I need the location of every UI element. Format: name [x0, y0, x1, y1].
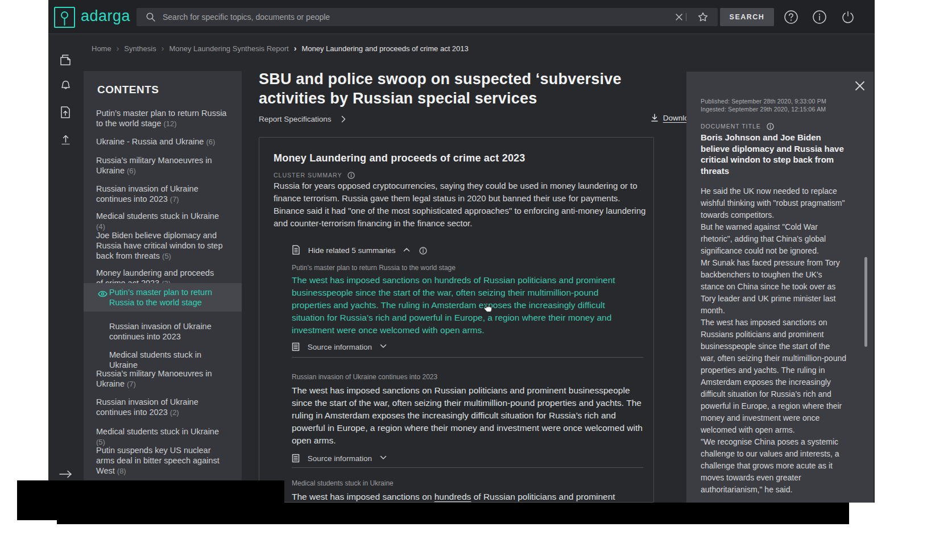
download-icon	[651, 114, 659, 122]
breadcrumb-report[interactable]: Money Laundering Synthesis Report	[169, 44, 288, 53]
toc-item[interactable]: Medical students stuck in Ukraine (4)	[96, 211, 228, 232]
summary-text-highlighted[interactable]: The west has imposed sanctions on hundre…	[292, 274, 636, 337]
source-information-toggle[interactable]: Source information	[292, 454, 387, 463]
info-icon[interactable]	[419, 247, 427, 255]
source-doc-icon	[292, 454, 300, 463]
toc-item[interactable]: Russia’s military Manoeuvres in Ukraine …	[96, 368, 228, 389]
summary-topic: Medical students stuck in Ukraine	[292, 479, 394, 487]
toc-item[interactable]: Russian invasion of Ukraine continues in…	[96, 397, 228, 418]
document-title: Boris Johnson and Joe Biden believe dipl…	[701, 132, 850, 176]
document-paragraph: Mr Sunak has faced pressure from Tory ba…	[701, 257, 846, 317]
chevron-right-icon: ›	[294, 44, 297, 53]
toc-item[interactable]: Putin suspends key US nuclear arms deal …	[96, 445, 228, 476]
summary-doc-icon	[292, 245, 300, 255]
field-divider	[686, 13, 686, 21]
summary-divider	[292, 357, 643, 358]
toc-item[interactable]: Russia’s military Manoeuvres in Ukraine …	[96, 155, 228, 176]
summary-topic: Putin’s master plan to return Russia to …	[292, 264, 456, 272]
info-icon[interactable]	[767, 123, 774, 130]
summary-text[interactable]: The west has imposed sanctions on hundre…	[292, 491, 644, 503]
adarga-logo-icon[interactable]	[54, 7, 75, 28]
document-paragraph: But he warned against "Cold War rhetoric…	[701, 221, 846, 257]
entity-link[interactable]: hundreds	[434, 492, 471, 501]
documents-icon[interactable]	[59, 53, 73, 67]
upload-icon[interactable]	[59, 132, 73, 147]
chevron-right-icon	[341, 115, 346, 123]
search-icon	[146, 12, 156, 22]
toc-item[interactable]: Russian invasion of Ukraine continues in…	[96, 184, 228, 205]
toc-item[interactable]: Putin’s master plan to return Russia to …	[96, 108, 228, 129]
summary-text[interactable]: The west has imposed sanctions on Russia…	[292, 384, 644, 447]
document-upload-icon[interactable]	[59, 105, 73, 119]
summary-divider	[292, 467, 643, 468]
search-placeholder: Search for specific topics, documents or…	[163, 13, 330, 22]
breadcrumb-synthesis[interactable]: Synthesis	[124, 44, 156, 53]
source-doc-icon	[292, 342, 300, 351]
search-input[interactable]: Search for specific topics, documents or…	[136, 8, 718, 26]
cluster-card: Money Laundering and proceeds of crime a…	[259, 137, 654, 503]
cluster-heading: Money Laundering and proceeds of crime a…	[274, 152, 525, 164]
notifications-icon[interactable]	[59, 78, 73, 92]
document-paragraph: "We recognise China poses a systemic cha…	[701, 436, 846, 496]
icon-rail	[48, 35, 84, 503]
document-body: He said the UK now needed to replace wis…	[701, 185, 846, 496]
close-icon[interactable]	[855, 81, 865, 91]
document-preview-panel: Published: September 28th 2020, 9:33:00 …	[686, 72, 874, 503]
search-button[interactable]: SEARCH	[720, 8, 774, 26]
info-icon[interactable]	[812, 10, 827, 24]
toc-subitem[interactable]: Russian invasion of Ukraine continues in…	[109, 321, 229, 342]
toc-item[interactable]: Medical students stuck in Ukraine (5)	[96, 426, 228, 447]
chevron-right-icon: ›	[117, 44, 119, 53]
breadcrumb-home[interactable]: Home	[92, 44, 111, 53]
ingested-date: Ingested: September 29th 2020, 12:15:06 …	[701, 106, 826, 113]
help-icon[interactable]	[784, 10, 798, 24]
top-bar: adarga Search for specific topics, docum…	[48, 0, 875, 34]
document-paragraph: The west has imposed sanctions on Russia…	[701, 317, 846, 436]
info-icon[interactable]	[347, 172, 355, 179]
page-title: SBU and police swoop on suspected ‘subve…	[259, 69, 626, 108]
chevron-down-icon	[380, 455, 387, 460]
cursor-pointer	[481, 301, 494, 315]
related-summaries-toggle[interactable]: Hide related 5 summaries	[292, 245, 427, 255]
summary-topic: Russian invasion of Ukraine continues in…	[292, 373, 437, 381]
clear-icon[interactable]	[675, 13, 683, 21]
app-window: adarga Search for specific topics, docum…	[48, 0, 875, 503]
document-title-label: DOCUMENT TITLE	[701, 123, 774, 130]
chevron-down-icon	[380, 344, 387, 349]
chevron-up-icon	[403, 247, 410, 252]
brand-name: adarga	[81, 7, 130, 25]
panel-scrollbar[interactable]	[864, 257, 867, 347]
breadcrumb-current: Money Laundering and proceeds of crime a…	[301, 44, 468, 53]
toc-item[interactable]: Joe Biden believe diplomacy and Russia h…	[96, 230, 228, 262]
power-icon[interactable]	[841, 10, 855, 24]
toc-item[interactable]: Ukraine - Russia and Ukraine (6)	[96, 136, 228, 147]
eye-icon	[98, 291, 107, 297]
breadcrumb: Home›Synthesis›Money Laundering Synthesi…	[92, 44, 469, 53]
contents-title: CONTENTS	[97, 84, 159, 96]
toc-active-subitem[interactable]: Putin’s master plan to return Russia to …	[84, 283, 242, 312]
cluster-summary-label: CLUSTER SUMMARY	[274, 172, 355, 179]
chevron-right-icon: ›	[162, 44, 164, 53]
document-paragraph: He said the UK now needed to replace wis…	[701, 185, 846, 221]
published-date: Published: September 28th 2020, 9:33:00 …	[701, 98, 826, 105]
source-information-toggle[interactable]: Source information	[292, 342, 387, 351]
contents-panel: CONTENTS Putin’s master plan to return R…	[84, 71, 242, 503]
expand-sidebar-icon[interactable]	[59, 470, 73, 479]
cluster-summary-text: Russia for years opposed cryptocurrencie…	[274, 180, 646, 230]
star-icon[interactable]	[698, 12, 708, 22]
toc-subitem[interactable]: Medical students stuck in Ukraine	[109, 350, 229, 370]
screen-artifact	[57, 503, 849, 524]
report-specifications-link[interactable]: Report Specifications	[259, 115, 346, 123]
